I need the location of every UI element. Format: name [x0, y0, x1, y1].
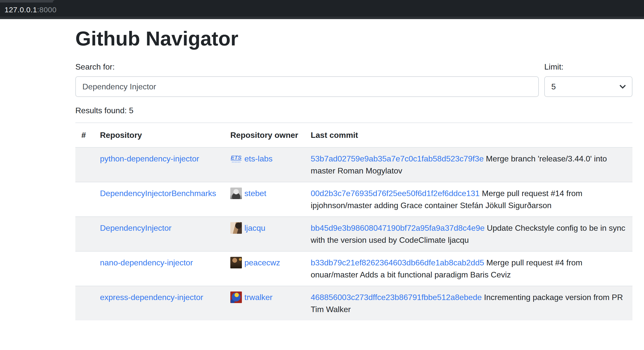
- last-commit-cell: 00d2b3c7e76935d76f25ee50f6d1f2ef6ddce131…: [305, 182, 632, 217]
- last-commit-cell: b33db79c21ef8262364603db66dfe1ab8cab2dd5…: [305, 251, 632, 286]
- browser-address-bar[interactable]: 127.0.0.1:8000: [0, 3, 644, 17]
- results-table-body: python-dependency-injector ETS ets-labs …: [75, 147, 632, 320]
- repository-cell: express-dependency-injector: [94, 286, 224, 320]
- commit-hash-link[interactable]: b33db79c21ef8262364603db66dfe1ab8cab2dd5: [311, 258, 484, 267]
- commit-hash-link[interactable]: 00d2b3c7e76935d76f25ee50f6d1f2ef6ddce131: [311, 189, 480, 198]
- last-commit-cell: 468856003c273dffce23b86791fbbe512a8ebede…: [305, 286, 632, 320]
- repository-cell: DependencyInjector: [94, 217, 224, 251]
- owner-cell: stebet: [224, 182, 305, 217]
- last-commit-cell: 53b7ad02759e9ab35a7e7c0c1fab58d523c79f3e…: [305, 147, 632, 182]
- url-text[interactable]: 127.0.0.1:8000: [5, 4, 57, 15]
- owner-link[interactable]: ets-labs: [244, 153, 273, 165]
- header-repository: Repository: [94, 123, 224, 147]
- search-form: Search for: Limit: 5: [75, 61, 632, 97]
- search-input[interactable]: [75, 76, 539, 97]
- owner-cell: trwalker: [224, 286, 305, 320]
- repository-cell: python-dependency-injector: [94, 147, 224, 182]
- owner-avatar: [230, 291, 242, 303]
- owner-avatar: ETS: [230, 153, 242, 164]
- table-row: python-dependency-injector ETS ets-labs …: [75, 147, 632, 182]
- header-last-commit: Last commit: [305, 123, 632, 147]
- repository-cell: nano-dependency-injector: [94, 251, 224, 286]
- repository-link[interactable]: DependencyInjectorBenchmarks: [100, 189, 216, 198]
- repository-link[interactable]: express-dependency-injector: [100, 293, 203, 302]
- url-host: 127.0.0.1: [5, 6, 37, 14]
- owner-avatar: [230, 222, 242, 234]
- table-row: express-dependency-injector trwalker 468…: [75, 286, 632, 320]
- browser-toolbar-edge: [0, 17, 644, 19]
- commit-hash-link[interactable]: 53b7ad02759e9ab35a7e7c0c1fab58d523c79f3e: [311, 154, 484, 163]
- header-repository-owner: Repository owner: [224, 123, 305, 147]
- header-number: #: [75, 123, 94, 147]
- table-header-row: # Repository Repository owner Last commi…: [75, 123, 632, 147]
- commit-hash-link[interactable]: bb45d9e3b98608047190bf72a95fa9a37d8c4e9e: [311, 223, 485, 232]
- owner-link[interactable]: trwalker: [244, 291, 273, 303]
- limit-label: Limit:: [544, 61, 632, 73]
- table-row: DependencyInjector ljacqu bb45d9e3b98608…: [75, 217, 632, 251]
- results-table: # Repository Repository owner Last commi…: [75, 123, 632, 320]
- row-number-cell: [75, 182, 94, 217]
- owner-link[interactable]: peacecwz: [244, 257, 280, 269]
- url-port: :8000: [37, 6, 57, 14]
- table-row: DependencyInjectorBenchmarks stebet 00d2…: [75, 182, 632, 217]
- row-number-cell: [75, 217, 94, 251]
- search-label: Search for:: [75, 61, 539, 73]
- owner-cell: ETS ets-labs: [224, 147, 305, 182]
- owner-cell: peacecwz: [224, 251, 305, 286]
- results-summary: Results found: 5: [75, 104, 632, 116]
- repository-link[interactable]: python-dependency-injector: [100, 154, 199, 163]
- row-number-cell: [75, 286, 94, 320]
- owner-link[interactable]: stebet: [244, 187, 266, 199]
- main-content: Github Navigator Search for: Limit: 5 Re…: [0, 27, 632, 320]
- table-row: nano-dependency-injector peacecwz b33db7…: [75, 251, 632, 286]
- repository-cell: DependencyInjectorBenchmarks: [94, 182, 224, 217]
- owner-link[interactable]: ljacqu: [244, 222, 265, 234]
- limit-select[interactable]: 5: [544, 76, 632, 97]
- owner-cell: ljacqu: [224, 217, 305, 251]
- last-commit-cell: bb45d9e3b98608047190bf72a95fa9a37d8c4e9e…: [305, 217, 632, 251]
- row-number-cell: [75, 147, 94, 182]
- repository-link[interactable]: DependencyInjector: [100, 223, 172, 232]
- owner-avatar: [230, 188, 242, 199]
- owner-avatar: [230, 257, 242, 268]
- commit-hash-link[interactable]: 468856003c273dffce23b86791fbbe512a8ebede: [311, 293, 482, 302]
- browser-tab-strip: [0, 0, 644, 3]
- repository-link[interactable]: nano-dependency-injector: [100, 258, 193, 267]
- browser-tab-edge: [53, 0, 644, 3]
- page-title: Github Navigator: [75, 27, 632, 51]
- row-number-cell: [75, 251, 94, 286]
